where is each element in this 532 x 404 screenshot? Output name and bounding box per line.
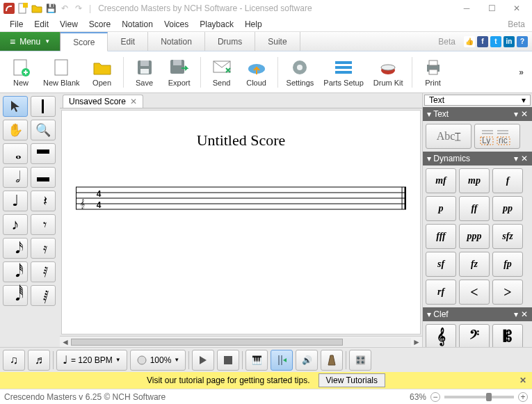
tab-suite[interactable]: Suite bbox=[255, 32, 300, 51]
save-icon[interactable]: 💾 bbox=[45, 2, 57, 15]
dyn-fz[interactable]: fz bbox=[459, 252, 490, 277]
settings-button[interactable]: Settings bbox=[282, 54, 319, 91]
send-button[interactable]: Send bbox=[205, 54, 239, 91]
new-doc-icon[interactable] bbox=[17, 2, 29, 15]
dyn-p[interactable]: p bbox=[426, 196, 456, 221]
lyric-tool[interactable]: Lyric bbox=[474, 124, 520, 149]
menu-notation[interactable]: Notation bbox=[116, 18, 159, 31]
facebook-icon[interactable]: f bbox=[477, 36, 488, 47]
menu-playback[interactable]: Playback bbox=[194, 18, 239, 31]
menu-file[interactable]: File bbox=[4, 18, 29, 31]
triangle-icon[interactable]: ▾ bbox=[514, 109, 518, 119]
tab-score[interactable]: Score bbox=[61, 32, 108, 51]
zoom-box[interactable]: 100% ▼ bbox=[130, 350, 186, 371]
zoom-out-icon[interactable]: − bbox=[430, 392, 440, 402]
tab-edit[interactable]: Edit bbox=[108, 32, 148, 51]
menu-score[interactable]: Score bbox=[83, 18, 116, 31]
score-canvas[interactable]: Untitled Score 𝄞 4 4 bbox=[61, 110, 421, 334]
text-tool[interactable]: Abc⌶ bbox=[426, 124, 471, 149]
menu-edit[interactable]: Edit bbox=[29, 18, 54, 31]
tab-drums[interactable]: Drums bbox=[205, 32, 255, 51]
menu-help[interactable]: Help bbox=[239, 18, 268, 31]
print-button[interactable]: Print bbox=[417, 54, 450, 91]
maximize-button[interactable]: ☐ bbox=[479, 0, 504, 17]
barline-tool[interactable] bbox=[31, 96, 56, 117]
whole-note-tool[interactable]: 𝅝 bbox=[3, 143, 28, 164]
save-button[interactable]: Save bbox=[128, 54, 161, 91]
section-text-header[interactable]: ▾ Text ▾✕ bbox=[423, 107, 532, 121]
metronome-button[interactable] bbox=[321, 350, 343, 371]
parts-setup-button[interactable]: Parts Setup bbox=[319, 54, 367, 91]
dyn-mp[interactable]: mp bbox=[459, 168, 490, 193]
quarter-rest-tool[interactable]: 𝄽 bbox=[31, 191, 56, 211]
horizontal-scrollbar[interactable]: ◄ ► bbox=[60, 336, 422, 347]
dyn-fff[interactable]: fff bbox=[426, 224, 456, 249]
instrument-button[interactable]: 🎹 bbox=[245, 350, 268, 371]
cloud-button[interactable]: Cloud bbox=[240, 54, 273, 91]
sixteenth-note-tool[interactable]: 𝅘𝅥𝅯 bbox=[3, 238, 28, 259]
dyn-f[interactable]: f bbox=[492, 168, 523, 193]
clef-bass[interactable]: 𝄢 bbox=[459, 324, 490, 349]
dyn-decresc[interactable]: > bbox=[492, 280, 523, 305]
open-button[interactable]: Open bbox=[86, 54, 119, 91]
sixtyfourth-note-tool[interactable]: 𝅘𝅥𝅱 bbox=[3, 285, 28, 306]
menu-view[interactable]: View bbox=[54, 18, 83, 31]
half-rest-tool[interactable] bbox=[31, 167, 56, 188]
zoom-in-icon[interactable]: + bbox=[518, 392, 528, 402]
quarter-note-tool[interactable]: ♩ bbox=[3, 191, 28, 211]
triplet-tool[interactable]: ♫ bbox=[3, 350, 25, 371]
zoom-tool[interactable]: 🔍 bbox=[31, 120, 56, 140]
beam-tool[interactable]: ♬ bbox=[28, 350, 50, 371]
twitter-icon[interactable]: t bbox=[490, 36, 501, 47]
drum-kit-button[interactable]: Drum Kit bbox=[369, 54, 408, 91]
volume-button[interactable]: 🔊 bbox=[296, 350, 318, 371]
palette-dropdown[interactable]: Text▾ bbox=[424, 95, 531, 106]
section-dynamics-header[interactable]: ▾ Dynamics ▾✕ bbox=[423, 152, 532, 165]
dyn-ff[interactable]: ff bbox=[459, 196, 490, 221]
help-icon[interactable]: ? bbox=[517, 36, 528, 47]
menu-button[interactable]: ≡ Menu ▼ bbox=[0, 32, 61, 51]
sixtyfourth-rest-tool[interactable]: 𝅁 bbox=[31, 285, 56, 306]
linkedin-icon[interactable]: in bbox=[503, 36, 515, 47]
dyn-ppp[interactable]: ppp bbox=[459, 224, 490, 249]
playback-cursor-button[interactable] bbox=[271, 350, 293, 371]
scroll-left-icon[interactable]: ◄ bbox=[60, 337, 71, 347]
play-button[interactable] bbox=[192, 350, 214, 371]
clef-alto[interactable]: 𝄡 bbox=[492, 324, 523, 349]
close-tutorial-icon[interactable]: ✕ bbox=[519, 375, 526, 385]
dyn-rf[interactable]: rf bbox=[426, 280, 456, 305]
sixteenth-rest-tool[interactable]: 𝄿 bbox=[31, 238, 56, 259]
eighth-note-tool[interactable]: ♪ bbox=[3, 214, 28, 235]
minimize-button[interactable]: ─ bbox=[454, 0, 479, 17]
pointer-tool[interactable] bbox=[3, 96, 28, 117]
section-clef-header[interactable]: ▾ Clef ▾✕ bbox=[423, 307, 532, 321]
new-blank-button[interactable]: New Blank bbox=[39, 54, 84, 91]
menu-voices[interactable]: Voices bbox=[159, 18, 194, 31]
midi-button[interactable]: 🎛️ bbox=[349, 350, 371, 371]
thumbs-up-icon[interactable]: 👍 bbox=[464, 36, 475, 47]
redo-icon[interactable]: ↷ bbox=[72, 2, 85, 15]
zoom-slider[interactable] bbox=[444, 396, 514, 398]
half-note-tool[interactable]: 𝅗𝅥 bbox=[3, 167, 28, 188]
dyn-pp[interactable]: pp bbox=[492, 196, 523, 221]
whole-rest-tool[interactable] bbox=[31, 143, 56, 164]
dyn-sf[interactable]: sf bbox=[426, 252, 456, 277]
dyn-mf[interactable]: mf bbox=[426, 168, 456, 193]
dyn-fp[interactable]: fp bbox=[492, 252, 523, 277]
hand-tool[interactable]: ✋ bbox=[3, 120, 28, 140]
scroll-right-icon[interactable]: ► bbox=[411, 337, 422, 347]
thirtysecond-note-tool[interactable]: 𝅘𝅥𝅰 bbox=[3, 261, 28, 282]
close-section-icon[interactable]: ✕ bbox=[521, 109, 528, 119]
undo-icon[interactable]: ↶ bbox=[58, 2, 71, 15]
new-button[interactable]: New bbox=[4, 54, 38, 91]
open-folder-icon[interactable] bbox=[31, 2, 43, 15]
tab-notation[interactable]: Notation bbox=[148, 32, 205, 51]
stop-button[interactable] bbox=[217, 350, 239, 371]
clef-treble[interactable]: 𝄞 bbox=[426, 324, 456, 349]
view-tutorials-button[interactable]: View Tutorials bbox=[319, 373, 385, 387]
tempo-box[interactable]: ♩ = 120 BPM ▼ bbox=[56, 350, 127, 371]
eighth-rest-tool[interactable]: 𝄾 bbox=[31, 214, 56, 235]
thirtysecond-rest-tool[interactable]: 𝅀 bbox=[31, 261, 56, 282]
dyn-cresc[interactable]: < bbox=[459, 280, 490, 305]
close-button[interactable]: ✕ bbox=[504, 0, 529, 17]
